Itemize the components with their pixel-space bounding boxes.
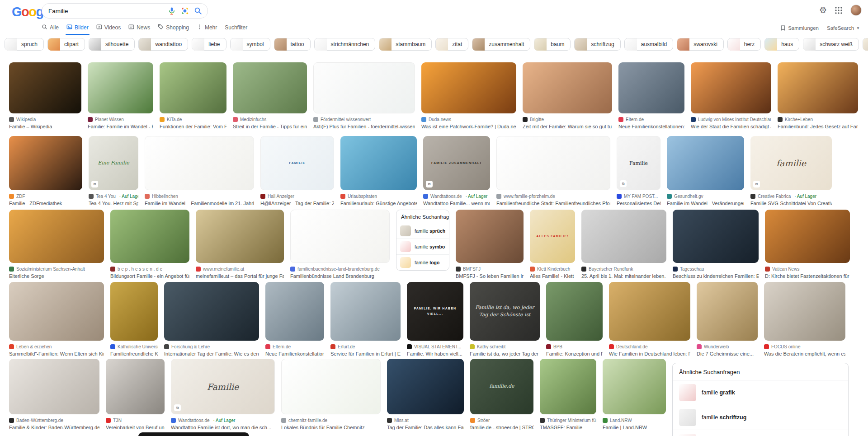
related-search-item[interactable]: familie symbol [396, 239, 449, 254]
result-title[interactable]: Familie – Wikipedia [9, 124, 81, 129]
image-result[interactable]: Miss.atTag der Familie: Das alles kann F… [387, 359, 464, 430]
image-result[interactable]: MedizinfuchsStreit in der Familie - Tipp… [233, 62, 307, 129]
result-title[interactable]: Familie: Konzeption und Realität | bpb.d… [546, 351, 603, 356]
result-title[interactable]: Tea 4 You. Herz mit Spruch Fa.. [89, 201, 138, 206]
tab-suchfilter[interactable]: Suchfilter [225, 24, 247, 31]
related-search-item[interactable]: familie sprüche [396, 223, 449, 239]
image-result[interactable]: HibbelinchenFamilie im Wandel – Familien… [145, 136, 254, 206]
suggestion-chip-strichmännchen[interactable]: strichmännchen [314, 38, 376, 51]
result-title[interactable]: Elterliche Sorge [9, 273, 104, 279]
result-title[interactable]: Beschluss zu kinderreichen Familien: Ent… [673, 273, 759, 279]
tab-mehr[interactable]: Mehr [197, 24, 217, 31]
image-result[interactable]: FAMILIEHall AnzeigerH@llAnzeiger - Tag d… [260, 136, 334, 206]
microphone-icon[interactable] [168, 7, 176, 15]
result-thumbnail[interactable]: Eine Familie⧉ [89, 136, 138, 190]
result-title[interactable]: Neue Familienkonstellationen: Familie... [618, 124, 684, 129]
result-thumbnail[interactable] [421, 62, 516, 113]
result-thumbnail[interactable] [110, 282, 158, 341]
result-thumbnail[interactable] [160, 62, 226, 113]
tab-bilder[interactable]: Bilder [66, 24, 89, 31]
image-result[interactable]: Fördermittel-wissenswertAkti(F) Plus für… [313, 62, 415, 129]
result-thumbnail[interactable]: FAMILIE [260, 136, 334, 190]
result-title[interactable]: Familie im Wandel – Familienmodelle im 2… [145, 201, 254, 206]
image-result[interactable]: familienbuendnisse-land-brandenburg.deFa… [290, 210, 390, 279]
image-result[interactable]: Erfurt.deService für Familien in Erfurt … [330, 282, 401, 356]
result-thumbnail[interactable] [233, 62, 307, 113]
result-title[interactable]: Bildungsort Familie - ein Angebot für El… [110, 273, 189, 279]
result-title[interactable]: 25. April bis 1. Mai: miteinander leben.… [581, 273, 666, 279]
result-title[interactable]: Familie. Wir haben viell... [407, 351, 463, 356]
result-thumbnail[interactable] [9, 62, 81, 113]
result-thumbnail[interactable] [330, 282, 401, 341]
result-title[interactable]: Wandtattoo Familie ist dort, wo man die … [171, 425, 275, 430]
suggestion-chip-silhouette[interactable]: silhouette [89, 38, 135, 51]
result-thumbnail[interactable] [313, 62, 415, 113]
result-title[interactable]: Neue Familienkonstellationen... [265, 351, 324, 356]
image-result[interactable]: Leben & erziehenSammelbild"-Familien: We… [9, 282, 104, 356]
image-result[interactable]: Eltern.deNeue Familienkonstellationen... [265, 282, 324, 356]
result-thumbnail[interactable] [106, 359, 165, 414]
image-result[interactable]: Familie⧉Wandtattoos.de · Auf LagerWandta… [171, 359, 275, 430]
result-title[interactable]: Personalisiertes Definition Fa... [617, 201, 660, 206]
image-result[interactable]: Familie ist da, wo jeder Tag der Schönst… [470, 282, 540, 356]
image-result[interactable]: Gesundheit.gvFamilie im Wandel - Verände… [667, 136, 744, 206]
result-thumbnail[interactable] [667, 136, 744, 190]
suggestion-chip-wandtattoo[interactable]: wandtattoo [138, 38, 188, 51]
image-result[interactable]: KiTa.deFunktionen der Familie: Vom Patri… [160, 62, 226, 129]
result-title[interactable]: familie.de - stroeer.de | STRÖER [470, 425, 533, 430]
result-thumbnail[interactable] [691, 62, 771, 113]
result-title[interactable]: meinefamilie.at – das Portal für junge F… [196, 273, 284, 279]
image-result[interactable]: FAMILIE ZUSAMMENHALT⧉Wandtattoos.de · Au… [423, 136, 490, 206]
result-title[interactable]: Wie der Staat die Familien schädigt – Lu… [691, 124, 771, 129]
result-title[interactable]: Alles Familie! - Klett Kin... [530, 273, 575, 279]
result-title[interactable]: Was die Beraterin empfiehlt, wenn es in … [764, 351, 845, 356]
google-apps-icon[interactable] [835, 6, 843, 14]
image-result[interactable]: BrigitteZeit mit der Familie: Warum sie … [523, 62, 612, 129]
image-result[interactable]: TagesschauBeschluss zu kinderreichen Fam… [673, 210, 759, 279]
suggestion-chip-baum[interactable]: baum [534, 38, 571, 51]
result-title[interactable]: Familienbündnisse Land Brandenburg [290, 273, 390, 279]
result-thumbnail[interactable] [673, 210, 759, 263]
image-result[interactable]: chemnitz-familie.deLokales Bündnis für F… [281, 359, 381, 430]
result-title[interactable]: Internationaler Tag der Familie: Wie es … [164, 351, 259, 356]
result-thumbnail[interactable] [765, 210, 850, 263]
image-result[interactable]: ALLES FAMILIE!Klett KinderbuchAlles Fami… [530, 210, 575, 279]
suggestion-chip-swarovski[interactable]: swarovski [677, 38, 724, 51]
suggestion-chip-karikatur[interactable]: karikatur [863, 38, 868, 51]
result-title[interactable]: Streit in der Familie - Tipps für ein an… [233, 124, 307, 129]
result-thumbnail[interactable] [697, 282, 758, 341]
result-thumbnail[interactable]: ALLES FAMILIE! [530, 210, 575, 263]
result-thumbnail[interactable] [340, 136, 417, 190]
tab-alle[interactable]: Alle [42, 24, 59, 31]
result-thumbnail[interactable]: Familie⧉ [617, 136, 660, 190]
image-result[interactable]: www.meinefamilie.atmeinefamilie.at – das… [196, 210, 284, 279]
result-title[interactable]: Funktionen der Familie: Vom Patriarcha..… [160, 124, 226, 129]
suggestion-chip-stammbaum[interactable]: stammbaum [379, 38, 432, 51]
image-result[interactable]: Katholische Universität Eic...Familienfr… [110, 282, 158, 356]
image-result[interactable]: familie⧉Creative Fabrica · Auf LagerFami… [750, 136, 832, 206]
image-result[interactable]: UrlaubspiratenFamilienurlaub: Günstige A… [340, 136, 417, 206]
image-result[interactable]: WikipediaFamilie – Wikipedia [9, 62, 81, 129]
image-result[interactable]: Kirche+LebenFamilienbund: Jedes Gesetz a… [778, 62, 858, 129]
result-title[interactable]: Familienfreundliche Stadt: Familienfreun… [496, 201, 610, 206]
next-row-image-peek[interactable] [138, 432, 249, 436]
result-thumbnail[interactable] [546, 282, 603, 341]
image-result[interactable]: Thüringer Ministerium für Arbeit, Sozial… [540, 359, 596, 430]
result-title[interactable]: Familienbund: Jedes Gesetz auf Familien-… [778, 124, 858, 129]
image-result[interactable]: Familie⧉MY FAM POST... · Auf LagerPerson… [617, 136, 660, 206]
image-result[interactable]: WunderweibDie 7 Geheimnisse eine... [697, 282, 758, 356]
result-thumbnail[interactable] [540, 359, 596, 414]
search-input[interactable] [48, 8, 163, 14]
image-result[interactable]: Sozialministerium Sachsen-AnhaltElterlic… [9, 210, 104, 279]
result-title[interactable]: Zeit mit der Familie: Warum sie so gut t… [523, 124, 612, 129]
result-thumbnail[interactable] [88, 62, 153, 113]
image-result[interactable]: Baden-Württemberg.deFamilie & Kinder: Ba… [9, 359, 99, 430]
suggestion-chip-zitat[interactable]: zitat [435, 38, 468, 51]
image-result[interactable]: Ludwig von Mises Institut DeutschlandWie… [691, 62, 771, 129]
related-search-item[interactable]: familie herz [673, 430, 848, 436]
result-thumbnail[interactable]: familie.de [470, 359, 533, 414]
result-title[interactable]: D: Kirche bietet Fastenzeitaktionen für … [765, 273, 850, 279]
result-thumbnail[interactable] [618, 62, 684, 113]
sammlungen-button[interactable]: Sammlungen [780, 25, 819, 31]
tab-shopping[interactable]: Shopping [158, 24, 189, 31]
